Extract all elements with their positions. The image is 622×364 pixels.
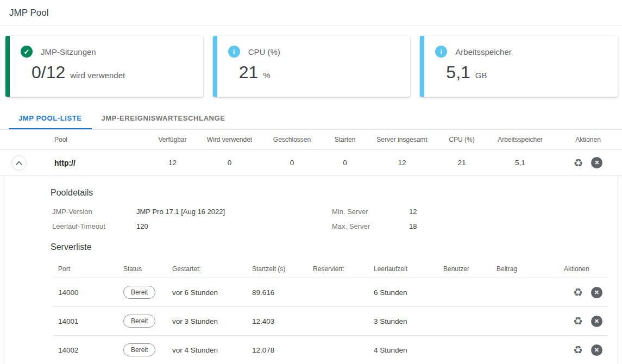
card-suffix: % [263,71,270,80]
pool-geschlossen: 0 [261,159,323,167]
restart-server-icon[interactable]: ♻ [573,344,583,355]
card-memory: i Arbeitsspeicher 5,1 GB [420,36,618,97]
card-value: 5,1 [446,62,470,83]
detail-value-min-server: 12 [409,208,599,216]
card-value: 21 [239,62,259,83]
detail-label-min-server: Min. Server [332,208,409,216]
col-header-wird-verwendet: Wird verwendet [198,136,261,143]
card-cpu: i CPU (%) 21 % [213,36,411,97]
server-port: 14002 [53,346,118,354]
col-header-reserviert: Reserviert: [308,265,369,273]
pool-server-insgesamt: 12 [367,159,437,167]
pool-table-header: Pool Verfügbar Wird verwendet Geschlosse… [0,130,622,150]
pool-verfuegbar: 12 [147,159,198,167]
col-header-status: Status [118,265,167,273]
pool-details-panel: Pooldetails JMP-Version JMP Pro 17.1 [Au… [4,176,618,364]
card-accent-bar [5,36,10,97]
status-badge: Bereit [123,315,155,328]
card-accent-bar [420,36,424,97]
col-header-beitrag: Beitrag [492,265,559,273]
server-leerlaufzeit: 3 Stunden [369,317,438,325]
tab-jmp-pool-liste[interactable]: JMP POOL-LISTE [9,105,92,129]
detail-value-max-server: 18 [409,222,599,230]
server-list-header: Port Status Gestartet: Startzeit (s) Res… [53,260,607,278]
detail-value-jmp-version: JMP Pro 17.1 [Aug 16 2022] [136,208,332,216]
status-badge: Bereit [123,343,155,356]
col-header-gestartet: Gestartet: [167,265,247,273]
col-header-benutzer: Benutzer [438,265,492,273]
pool-url: http:// [38,159,147,167]
server-row: 14000 Bereit vor 6 Stunden 89.616 6 Stun… [53,278,607,307]
card-label: CPU (%) [248,47,280,57]
check-circle-icon: ✓ [21,46,33,58]
info-icon: i [228,46,240,58]
card-label: Arbeitsspeicher [455,47,511,57]
col-header-leerlaufzeit: Leerlaufzeit [369,265,438,273]
server-startzeit: 89.616 [247,288,308,297]
col-header-geschlossen: Geschlossen [261,136,323,143]
page-header: JMP Pool [0,0,622,26]
pool-details-grid: JMP-Version JMP Pro 17.1 [Aug 16 2022] M… [52,208,599,230]
server-leerlaufzeit: 6 Stunden [369,288,438,297]
server-gestartet: vor 6 Stunden [167,288,247,297]
server-port: 14000 [53,288,118,297]
server-list-table: Port Status Gestartet: Startzeit (s) Res… [53,260,607,364]
detail-value-leerlauf-timeout: 120 [136,222,332,230]
pool-arbeitsspeicher: 5,1 [486,159,554,167]
pool-details-title: Pooldetails [51,188,599,198]
tab-jmp-ereigniswarteschlange[interactable]: JMP-EREIGNISWARTESCHLANGE [92,105,235,129]
col-header-pool: Pool [38,136,147,143]
stop-server-icon[interactable]: ✕ [591,316,602,327]
card-suffix: GB [475,71,487,80]
col-header-server-insgesamt: Server insgesamt [367,136,437,143]
col-header-port: Port [53,265,118,273]
card-jmp-sessions: ✓ JMP-Sitzungen 0/12 wird verwendet [5,36,203,97]
restart-server-icon[interactable]: ♻ [573,287,583,298]
pool-cpu: 21 [437,159,486,167]
card-value: 0/12 [32,62,65,83]
server-startzeit: 12.403 [247,317,308,325]
page-title: JMP Pool [9,8,613,18]
card-label: JMP-Sitzungen [41,47,96,57]
pool-wird-verwendet: 0 [198,159,261,167]
tab-bar: JMP POOL-LISTE JMP-EREIGNISWARTESCHLANGE [0,105,622,130]
col-header-verfuegbar: Verfügbar [147,136,198,143]
server-gestartet: vor 4 Stunden [167,346,247,354]
server-row: 14001 Bereit vor 3 Stunden 12.403 3 Stun… [53,307,607,336]
pool-table-row: http:// 12 0 0 0 12 21 5,1 ♻ ✕ [0,150,622,176]
card-accent-bar [213,36,217,97]
server-startzeit: 12.078 [247,346,308,354]
stop-server-icon[interactable]: ✕ [591,344,602,356]
pool-starten: 0 [323,159,367,167]
server-row: 14002 Bereit vor 4 Stunden 12.078 4 Stun… [53,336,607,364]
server-port: 14001 [53,317,118,325]
server-list-title: Serverliste [51,242,599,252]
stop-pool-icon[interactable]: ✕ [591,157,602,168]
detail-label-leerlauf-timeout: Leerlauf-Timeout [52,222,136,230]
restart-server-icon[interactable]: ♻ [573,316,583,327]
col-header-startzeit: Startzeit (s) [247,265,308,273]
col-header-cpu: CPU (%) [437,136,486,143]
server-gestartet: vor 3 Stunden [167,317,247,325]
stop-server-icon[interactable]: ✕ [591,287,602,298]
server-leerlaufzeit: 4 Stunden [369,346,438,354]
card-suffix: wird verwendet [70,71,125,80]
restart-pool-icon[interactable]: ♻ [574,158,583,168]
stat-cards: ✓ JMP-Sitzungen 0/12 wird verwendet i CP… [0,26,622,105]
col-header-aktionen: Aktionen [554,136,622,143]
status-badge: Bereit [123,286,155,299]
col-header-arbeitsspeicher: Arbeitsspeicher [486,136,554,143]
col-header-starten: Starten [323,136,367,143]
info-icon: i [435,46,447,58]
collapse-row-button[interactable] [11,155,27,171]
col-header-server-aktionen: Aktionen [559,265,607,273]
detail-label-max-server: Max. Server [332,222,409,230]
detail-label-jmp-version: JMP-Version [52,208,136,216]
chevron-up-icon [16,159,22,167]
